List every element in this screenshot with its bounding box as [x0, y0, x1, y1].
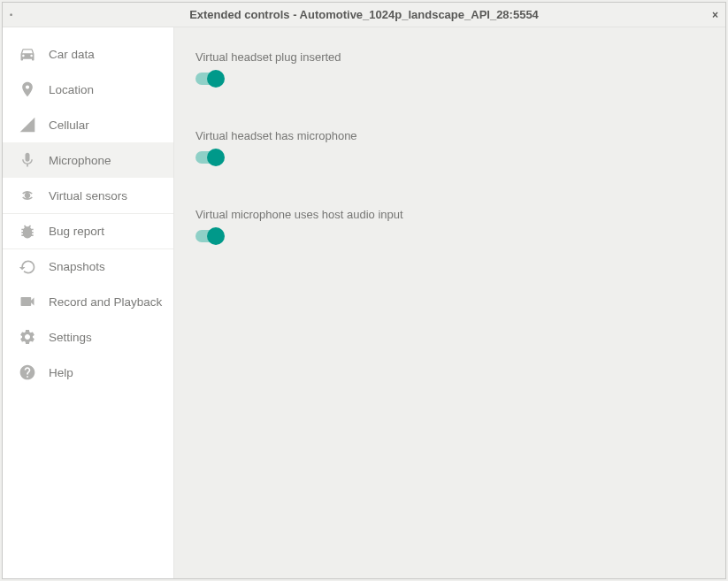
sidebar-item-label: Cellular — [49, 118, 89, 132]
setting-label: Virtual headset has microphone — [195, 129, 704, 142]
sidebar-item-label: Help — [49, 366, 73, 379]
setting-headset-plug: Virtual headset plug inserted — [195, 50, 704, 85]
window: • Extended controls - Automotive_1024p_l… — [2, 2, 726, 579]
window-title: Extended controls - Automotive_1024p_lan… — [189, 8, 539, 21]
titlebar-left-marker: • — [10, 11, 12, 19]
microphone-icon — [19, 151, 36, 169]
sidebar-item-label: Microphone — [49, 154, 111, 167]
titlebar: • Extended controls - Automotive_1024p_l… — [3, 3, 725, 27]
sidebar-item-settings[interactable]: Settings — [3, 319, 173, 355]
sidebar-item-microphone[interactable]: Microphone — [3, 142, 173, 178]
sidebar-item-label: Record and Playback — [49, 295, 162, 309]
sidebar: Car data Location Cellular Microphone — [3, 27, 174, 578]
sidebar-item-bug-report[interactable]: Bug report — [3, 213, 173, 248]
snapshots-icon — [19, 258, 36, 276]
videocam-icon — [19, 293, 36, 310]
window-body: Car data Location Cellular Microphone — [3, 27, 725, 578]
car-icon — [19, 45, 36, 63]
sidebar-item-label: Virtual sensors — [49, 189, 127, 203]
toggle-headset-mic[interactable] — [195, 151, 222, 164]
content-pane: Virtual headset plug inserted Virtual he… — [174, 27, 725, 578]
setting-label: Virtual headset plug inserted — [195, 50, 704, 64]
bug-icon — [19, 223, 36, 241]
cellular-icon — [19, 116, 36, 134]
sensors-icon — [19, 187, 36, 204]
sidebar-item-help[interactable]: Help — [3, 355, 173, 390]
toggle-headset-plug[interactable] — [195, 73, 222, 85]
sidebar-item-cellular[interactable]: Cellular — [3, 107, 173, 142]
close-icon[interactable]: × — [712, 9, 718, 21]
sidebar-item-label: Settings — [49, 331, 92, 344]
sidebar-item-location[interactable]: Location — [3, 72, 173, 107]
sidebar-item-car-data[interactable]: Car data — [3, 36, 173, 72]
sidebar-item-label: Bug report — [49, 225, 104, 238]
sidebar-item-virtual-sensors[interactable]: Virtual sensors — [3, 178, 173, 213]
sidebar-item-label: Car data — [49, 48, 95, 61]
setting-host-audio: Virtual microphone uses host audio input — [195, 208, 704, 242]
toggle-host-audio[interactable] — [195, 230, 222, 242]
sidebar-item-snapshots[interactable]: Snapshots — [3, 248, 173, 284]
sidebar-item-record-playback[interactable]: Record and Playback — [3, 284, 173, 319]
location-icon — [19, 80, 36, 98]
gear-icon — [19, 328, 36, 346]
setting-label: Virtual microphone uses host audio input — [195, 208, 704, 221]
setting-headset-mic: Virtual headset has microphone — [195, 129, 704, 164]
help-icon — [19, 363, 36, 381]
sidebar-item-label: Snapshots — [49, 260, 105, 273]
sidebar-item-label: Location — [49, 83, 94, 96]
